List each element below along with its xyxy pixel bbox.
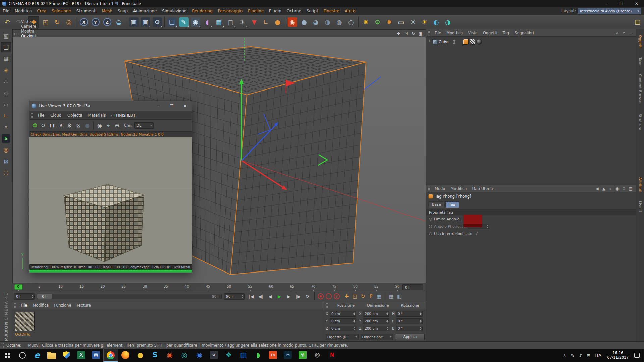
object-manager-menu-modifica[interactable]: Modifica: [444, 31, 465, 35]
menu-pipeline[interactable]: Pipeline: [245, 7, 266, 15]
pause-render-button[interactable]: ❚❚: [48, 121, 57, 130]
live-viewer-minimize-button[interactable]: –: [152, 101, 165, 111]
menu-script[interactable]: Script: [304, 7, 321, 15]
coords-field-z-2[interactable]: 0 cm: [330, 326, 356, 331]
layout-dropdown[interactable]: Interfaccia di Avvio (Utente) ▾: [578, 8, 641, 14]
menu-modifica[interactable]: Modifica: [12, 7, 34, 15]
key-pla-button[interactable]: ▦: [375, 292, 383, 300]
phong-tag[interactable]: [463, 39, 469, 45]
timeline-mode-button[interactable]: ◧: [395, 292, 404, 300]
lock-resolution-button[interactable]: ⊠: [74, 121, 83, 130]
panel-grip[interactable]: [428, 31, 431, 35]
menu-animazione[interactable]: Animazione: [130, 7, 159, 15]
cortana-button[interactable]: [15, 349, 30, 362]
viewport-menu-viste[interactable]: Viste: [18, 19, 39, 24]
move-down-axis-button[interactable]: ▼: [249, 16, 260, 28]
pick-camera-button[interactable]: ⊕: [113, 121, 121, 130]
shading-constant-button[interactable]: ◑: [322, 16, 333, 28]
menu-personaggio[interactable]: Personaggio: [215, 7, 245, 15]
live-viewer-menu-file[interactable]: File: [35, 113, 47, 118]
prev-key-button[interactable]: ◀|: [256, 292, 265, 300]
timeline-slider-grip[interactable]: 0 F: [37, 294, 52, 299]
om-home-icon[interactable]: ⌂: [621, 30, 627, 36]
material-item[interactable]: OctDiffu: [15, 312, 35, 337]
particles-button[interactable]: ✹: [384, 16, 395, 28]
panel-grip[interactable]: [326, 303, 329, 308]
live-viewer-menu-cloud[interactable]: Cloud: [47, 113, 64, 118]
restart-render-button[interactable]: ⟳: [39, 121, 48, 130]
taskbar-se-editor[interactable]: SE: [207, 349, 221, 362]
viewport-menu-camere[interactable]: Camere: [18, 24, 39, 29]
current-frame-field[interactable]: 0 F: [14, 293, 35, 300]
am-config-icon[interactable]: ▤: [627, 186, 634, 192]
animation-dot-icon[interactable]: [429, 225, 432, 228]
xpresso-button[interactable]: ⚙: [372, 16, 383, 28]
cube-object-icon[interactable]: [432, 39, 437, 44]
pick-material-button[interactable]: ◉: [95, 121, 104, 130]
spinner-arrows[interactable]: [385, 312, 389, 315]
object-manager-menu-file[interactable]: File: [432, 31, 444, 35]
shading-wireframe-button[interactable]: ○: [345, 16, 357, 28]
window-minimize-button[interactable]: –: [599, 0, 614, 7]
material-menu-texture[interactable]: Texture: [74, 303, 94, 308]
render-view[interactable]: [29, 137, 192, 264]
side-tab-oggetti[interactable]: Oggetti: [638, 32, 642, 52]
object-manager-menu-oggetti[interactable]: Oggetti: [480, 31, 500, 35]
attribute-section-header[interactable]: Proprietà Tag: [426, 209, 636, 215]
spinner-arrows[interactable]: [485, 225, 489, 228]
panel-grip[interactable]: [428, 186, 431, 191]
record-keyframe-button[interactable]: [318, 293, 324, 299]
attribute-tab-tag[interactable]: Tag: [445, 201, 459, 208]
coordinate-system-button[interactable]: ◒: [113, 16, 124, 28]
viewport-pan-button[interactable]: ✚: [395, 31, 402, 37]
taskbar-foxit[interactable]: Fo: [266, 349, 280, 362]
tray-network-icon[interactable]: ⊟: [584, 349, 592, 362]
render-picture-viewer-button[interactable]: ▣: [140, 16, 151, 28]
record-help-button[interactable]: ?: [334, 293, 340, 299]
taskbar-teal-ring-app[interactable]: ◎: [177, 349, 192, 362]
shading-lines-button[interactable]: ◍: [334, 16, 345, 28]
ies-light-button[interactable]: ☼: [407, 16, 418, 28]
tray-volume-icon[interactable]: ♪: [576, 349, 584, 362]
octane-logo-button[interactable]: ❂: [31, 121, 39, 130]
model-mode-button[interactable]: ❏: [1, 42, 11, 52]
side-tab-content-browser[interactable]: Content Browser: [638, 71, 642, 108]
taskbar-calculator[interactable]: ▦: [236, 349, 251, 362]
object-row-cubo[interactable]: └ Cubo: [426, 39, 636, 45]
quantize-button[interactable]: ◌: [1, 167, 11, 178]
viewport-toggle-button[interactable]: ▣: [417, 31, 424, 37]
am-back-icon[interactable]: ◀: [594, 186, 600, 192]
viewport-rotate-button[interactable]: ↻: [410, 31, 417, 37]
add-spline-button[interactable]: ✎: [178, 16, 189, 28]
coords-field-b-2[interactable]: 0 °: [396, 326, 423, 331]
coords-field-z-2[interactable]: 200 cm: [363, 326, 389, 331]
spinner-arrows[interactable]: [352, 312, 356, 315]
octane-render-button[interactable]: ◉: [287, 16, 298, 28]
add-cube-button[interactable]: ❏: [166, 16, 177, 28]
axis-mode-button[interactable]: ∟: [1, 110, 11, 121]
tray-expand-icon[interactable]: ∧: [560, 349, 568, 362]
taskbar-yellow-app[interactable]: ●: [133, 349, 148, 362]
play-button[interactable]: ▶: [275, 292, 284, 300]
coords-field-y-1[interactable]: 0 cm: [330, 318, 356, 324]
spinner-arrows[interactable]: [31, 295, 34, 298]
side-tab-livelli[interactable]: Livelli: [638, 198, 642, 215]
snap-enable-button[interactable]: S: [1, 133, 11, 143]
om-collapse-icon[interactable]: −: [627, 30, 634, 36]
size-mode-dropdown[interactable]: Dimensione▾: [361, 334, 393, 340]
material-menu-modifica[interactable]: Modifica: [30, 303, 51, 308]
live-viewer-titlebar[interactable]: Live Viewer 3.07.0 Test3a –❐✕: [29, 101, 192, 111]
taskbar-teal-chat-app[interactable]: ❖: [221, 349, 236, 362]
window-close-button[interactable]: ✕: [629, 0, 644, 7]
timeline-grid-button[interactable]: ▦: [387, 292, 395, 300]
axis-z-lock-button[interactable]: Z: [102, 16, 113, 28]
spinner-arrows[interactable]: [419, 312, 422, 315]
animation-dot-icon[interactable]: [429, 218, 432, 221]
goto-start-button[interactable]: |◀: [247, 292, 256, 300]
am-search-icon[interactable]: ⌕: [607, 186, 614, 192]
live-viewer-menu-materials[interactable]: Materials: [85, 113, 109, 118]
side-tab-take[interactable]: Take: [638, 54, 642, 69]
apply-button[interactable]: Applica: [395, 334, 425, 340]
taskbar-store-shield[interactable]: [59, 349, 74, 362]
coords-field-x-0[interactable]: 200 cm: [363, 311, 389, 317]
